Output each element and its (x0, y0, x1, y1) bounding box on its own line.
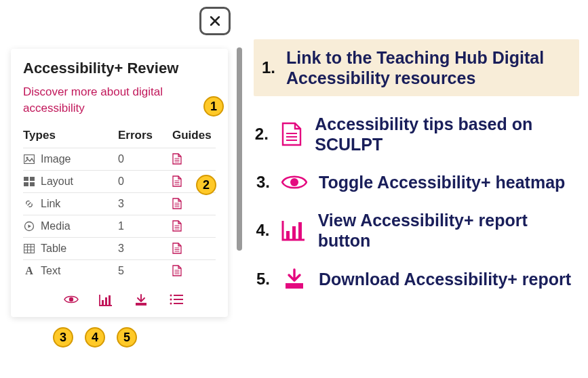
text-icon: A (23, 265, 35, 277)
callout-badge-2: 2 (196, 175, 216, 195)
legend-num: 2. (254, 125, 269, 144)
svg-point-15 (170, 298, 172, 300)
header-types: Types (23, 129, 118, 142)
document-icon (279, 122, 304, 146)
row-errors: 3 (118, 243, 172, 255)
close-icon (210, 16, 220, 26)
legend-num: 5. (254, 270, 270, 289)
link-icon (23, 198, 35, 209)
document-icon (172, 243, 182, 254)
legend: 1. Link to the Teaching Hub Digital Acce… (254, 39, 579, 308)
download-icon (281, 268, 308, 290)
svg-rect-2 (24, 177, 28, 181)
legend-num: 4. (254, 221, 269, 240)
guide-button[interactable] (172, 220, 220, 232)
row-errors: 0 (118, 153, 172, 165)
document-icon (172, 265, 182, 276)
svg-rect-7 (24, 244, 35, 253)
panel-toolbar (23, 282, 216, 310)
table-row[interactable]: Media 1 (23, 215, 216, 237)
legend-item-1: 1. Link to the Teaching Hub Digital Acce… (254, 39, 579, 96)
scrollbar[interactable] (237, 47, 242, 251)
eye-icon (281, 173, 308, 191)
legend-num: 3. (254, 173, 270, 192)
panel-title: Accessibility+ Review (23, 60, 216, 77)
legend-text: View Accessibility+ report button (318, 210, 579, 251)
svg-rect-21 (292, 226, 296, 239)
guide-button[interactable] (172, 198, 220, 209)
table-row[interactable]: Link 3 (23, 192, 216, 215)
row-label: Text (41, 265, 60, 277)
discover-link[interactable]: Discover more about digital accessibilit… (23, 84, 216, 117)
svg-rect-9 (102, 300, 104, 305)
svg-rect-10 (105, 297, 107, 305)
row-label: Image (41, 153, 71, 165)
svg-point-17 (170, 302, 172, 304)
table-row[interactable]: Table 3 (23, 237, 216, 259)
media-icon (23, 221, 35, 232)
document-icon (172, 198, 182, 209)
heatmap-toggle[interactable] (64, 294, 79, 306)
legend-num: 1. (259, 58, 275, 77)
row-label: Media (41, 220, 71, 232)
svg-rect-3 (30, 177, 35, 181)
svg-point-1 (26, 156, 28, 159)
layout-icon (23, 177, 35, 186)
eye-icon (64, 294, 79, 305)
svg-point-13 (170, 294, 172, 296)
row-errors: 0 (118, 175, 172, 188)
legend-item-3: 3. Toggle Accessibility+ heatmap (254, 172, 579, 192)
svg-rect-5 (30, 182, 35, 186)
document-icon (172, 220, 182, 232)
callout-badge-1: 1 (203, 96, 224, 117)
legend-text: Toggle Accessibility+ heatmap (319, 172, 565, 192)
callout-badge-4: 4 (85, 327, 105, 348)
callout-badge-5: 5 (117, 327, 137, 348)
svg-rect-4 (24, 182, 28, 186)
image-icon (23, 154, 35, 164)
table-row[interactable]: Layout 0 (23, 170, 216, 192)
svg-rect-23 (286, 283, 303, 289)
guide-button[interactable] (172, 265, 220, 276)
callout-badge-3: 3 (53, 327, 73, 348)
svg-rect-20 (286, 231, 290, 239)
document-icon (172, 153, 182, 165)
table-row[interactable]: Image 0 (23, 148, 216, 170)
legend-text: Link to the Teaching Hub Digital Accessi… (286, 47, 557, 88)
row-errors: 5 (118, 265, 172, 277)
svg-rect-18 (174, 303, 183, 304)
table-row[interactable]: A Text 5 (23, 259, 216, 282)
bar-chart-icon (99, 294, 113, 306)
legend-item-2: 2. Accessibility tips based on SCULPT (254, 114, 579, 154)
review-card: Accessibility+ Review Discover more abou… (11, 49, 228, 317)
svg-point-19 (290, 178, 298, 186)
close-button[interactable] (199, 7, 231, 35)
table-header: Types Errors Guides (23, 129, 216, 148)
svg-rect-14 (174, 295, 183, 296)
row-label: Link (41, 198, 60, 210)
guide-button[interactable] (172, 153, 220, 165)
download-icon (134, 294, 148, 306)
svg-rect-16 (174, 299, 183, 300)
header-errors: Errors (118, 129, 172, 142)
svg-point-8 (69, 297, 73, 301)
svg-rect-22 (298, 222, 302, 239)
list-icon (170, 294, 183, 305)
guide-button[interactable] (172, 243, 220, 254)
bar-chart-icon (280, 219, 307, 241)
row-errors: 1 (118, 220, 172, 232)
view-report-button[interactable] (99, 294, 114, 306)
accessibility-panel: Accessibility+ Review Discover more abou… (4, 7, 235, 324)
download-report-button[interactable] (134, 294, 149, 306)
table-icon (23, 244, 35, 253)
list-button[interactable] (170, 294, 184, 306)
legend-item-4: 4. View Accessibility+ report button (254, 210, 579, 251)
row-errors: 3 (118, 198, 172, 210)
legend-item-5: 5. Download Accessibility+ report (254, 268, 579, 290)
svg-rect-11 (109, 295, 111, 305)
legend-text: Accessibility tips based on SCULPT (315, 114, 579, 154)
legend-text: Download Accessibility+ report (319, 269, 571, 289)
row-label: Layout (41, 175, 73, 188)
header-guides: Guides (172, 129, 220, 142)
row-label: Table (41, 243, 66, 255)
